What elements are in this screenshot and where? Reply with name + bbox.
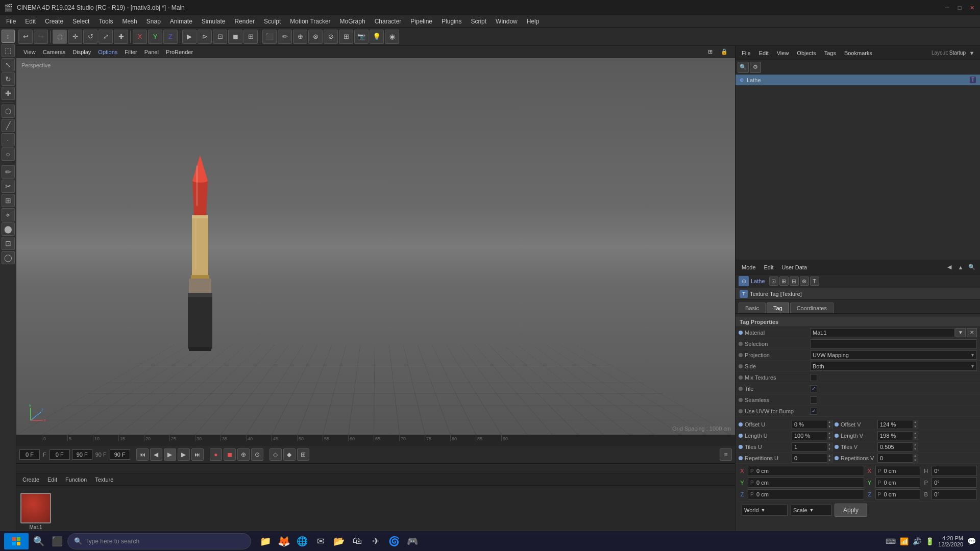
- undo-btn[interactable]: ↩: [18, 30, 33, 44]
- length-v-down[interactable]: ▼: [913, 436, 918, 440]
- stop-btn[interactable]: ◼: [228, 30, 242, 44]
- close-button[interactable]: ✕: [968, 4, 976, 12]
- scale-dropdown[interactable]: Scale ▼: [791, 505, 831, 516]
- taskbar-volume[interactable]: 🔊: [913, 537, 921, 545]
- material-value[interactable]: Mat.1: [810, 328, 954, 337]
- filter-menu[interactable]: Filter: [121, 48, 140, 56]
- taskbar-edge[interactable]: 🌐: [294, 533, 310, 549]
- uvw-checkbox[interactable]: [810, 408, 817, 415]
- selection-field[interactable]: [810, 339, 977, 348]
- start-frame-input[interactable]: [50, 449, 70, 460]
- timeline-tracks[interactable]: [16, 464, 735, 473]
- material-clear-btn[interactable]: ✕: [967, 328, 977, 337]
- prorender-menu[interactable]: ProRender: [163, 48, 196, 56]
- field[interactable]: ⊘: [324, 30, 338, 44]
- taskbar-keyboard[interactable]: ⌨: [886, 537, 896, 545]
- grid-btn[interactable]: ⊞: [339, 30, 353, 44]
- mix-checkbox[interactable]: [810, 374, 817, 381]
- menu-window[interactable]: Window: [492, 17, 522, 26]
- next-frame-btn[interactable]: ▶: [178, 448, 190, 461]
- keyframe-del[interactable]: ◆: [283, 448, 296, 461]
- layout-dropdown[interactable]: ▼: [967, 48, 977, 58]
- taskbar-app2[interactable]: 🎮: [404, 533, 421, 549]
- taskbar-store[interactable]: 🛍: [349, 533, 365, 549]
- menu-file[interactable]: File: [2, 17, 20, 26]
- render-region[interactable]: ▶: [182, 30, 197, 44]
- taskbar-taskview[interactable]: ⬛: [49, 533, 65, 549]
- tool-scale[interactable]: ⤡: [2, 58, 15, 71]
- tiles-v-up[interactable]: ▲: [913, 442, 918, 447]
- menu-plugins[interactable]: Plugins: [437, 17, 465, 26]
- tool-polygon[interactable]: ⬡: [2, 105, 15, 118]
- offset-v-up[interactable]: ▲: [913, 420, 918, 424]
- viewport-3d[interactable]: Perspective: [16, 58, 735, 435]
- menu-select[interactable]: Select: [68, 17, 93, 26]
- deformer[interactable]: ⊗: [308, 30, 323, 44]
- maximize-button[interactable]: □: [955, 4, 964, 12]
- fps-mode[interactable]: ⊞: [297, 448, 309, 461]
- offset-v-down[interactable]: ▼: [913, 424, 918, 429]
- taskbar-browser2[interactable]: 🌀: [386, 533, 402, 549]
- length-v-field[interactable]: 198 % ▲ ▼: [877, 431, 918, 440]
- coord-h[interactable]: 0°: [932, 466, 977, 476]
- record-next-btn[interactable]: ⊙: [251, 448, 263, 461]
- display-menu[interactable]: Display: [69, 48, 94, 56]
- rotate-tool[interactable]: ↺: [83, 30, 97, 44]
- offset-v-field[interactable]: 124 % ▲ ▼: [877, 420, 918, 429]
- rep-v-field[interactable]: 0 ▲ ▼: [877, 454, 918, 463]
- search-input[interactable]: Type here to search: [85, 538, 244, 545]
- offset-u-down[interactable]: ▼: [827, 424, 832, 429]
- offset-u-field[interactable]: 0 % ▲ ▼: [792, 420, 832, 429]
- menu-character[interactable]: Character: [371, 17, 406, 26]
- tool-create[interactable]: ✚: [2, 87, 15, 100]
- taskbar-network[interactable]: 📶: [900, 537, 909, 545]
- coord-z-rot[interactable]: P 0 cm: [875, 489, 921, 499]
- move-tool[interactable]: ✛: [68, 30, 82, 44]
- taskbar-notification[interactable]: 💬: [967, 537, 976, 545]
- menu-sculpt[interactable]: Sculpt: [260, 17, 285, 26]
- select-tool[interactable]: ◻: [53, 30, 67, 44]
- seamless-checkbox[interactable]: [810, 396, 817, 404]
- menu-create[interactable]: Create: [41, 17, 67, 26]
- tool-edge[interactable]: ╱: [2, 119, 15, 132]
- object-item-lathe[interactable]: ⊕ Lathe T: [736, 74, 980, 86]
- tag-icon-1[interactable]: ⊡: [769, 277, 778, 286]
- minimize-button[interactable]: ─: [943, 4, 951, 12]
- menu-tools[interactable]: Tools: [94, 17, 117, 26]
- material-pick-btn[interactable]: ▼: [955, 328, 966, 337]
- tiles-u-down[interactable]: ▼: [827, 447, 832, 452]
- rep-u-field[interactable]: 0 ▲ ▼: [792, 454, 832, 463]
- prop-userdata-menu[interactable]: User Data: [779, 263, 811, 271]
- menu-help[interactable]: Help: [523, 17, 544, 26]
- record-btn[interactable]: ●: [210, 448, 222, 461]
- cameras-menu[interactable]: Cameras: [40, 48, 69, 56]
- coord-y-rot[interactable]: P 0 cm: [875, 478, 921, 488]
- tool-fill[interactable]: ⬤: [2, 222, 15, 236]
- taskbar-explorer[interactable]: 📁: [257, 533, 274, 549]
- coord-z-pos[interactable]: P 0 cm: [748, 489, 864, 499]
- prop-nav-left[interactable]: ◀: [944, 262, 954, 272]
- light-btn[interactable]: 💡: [370, 30, 384, 44]
- rp-file-menu[interactable]: File: [739, 49, 754, 57]
- tool-knife[interactable]: ✂: [2, 180, 15, 193]
- z-axis[interactable]: Z: [163, 30, 178, 44]
- rep-v-up[interactable]: ▲: [913, 454, 918, 458]
- tool-move[interactable]: ↕: [2, 30, 15, 43]
- apply-button[interactable]: Apply: [835, 504, 867, 517]
- y-axis[interactable]: Y: [148, 30, 162, 44]
- camera-btn[interactable]: 📷: [354, 30, 369, 44]
- menu-simulate[interactable]: Simulate: [198, 17, 230, 26]
- rp-view-menu[interactable]: View: [774, 49, 792, 57]
- length-u-field[interactable]: 100 % ▲ ▼: [792, 431, 832, 440]
- menu-mograph[interactable]: MoGraph: [336, 17, 370, 26]
- start-button[interactable]: [4, 533, 29, 549]
- tool-magnet[interactable]: ◯: [2, 251, 15, 264]
- redo-btn[interactable]: ↪: [34, 30, 48, 44]
- rp-tags-menu[interactable]: Tags: [821, 49, 839, 57]
- scale-tool[interactable]: ⤢: [99, 30, 113, 44]
- material-btn[interactable]: ◉: [385, 30, 399, 44]
- coord-b[interactable]: 0°: [932, 489, 977, 499]
- create-obj-btn[interactable]: ✚: [114, 30, 128, 44]
- mat-texture-menu[interactable]: Texture: [93, 475, 115, 484]
- tool-loop[interactable]: ⊡: [2, 237, 15, 250]
